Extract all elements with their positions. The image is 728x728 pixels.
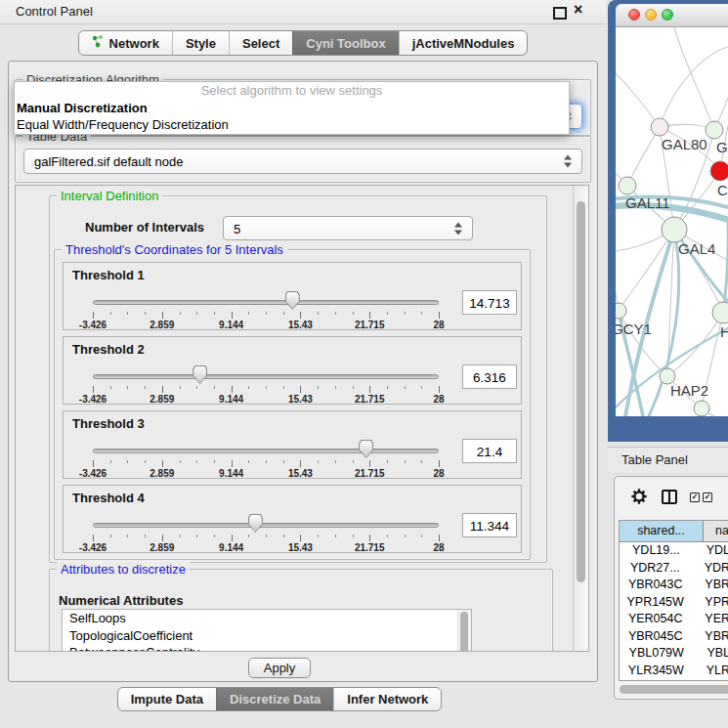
tab-select[interactable]: Select — [229, 31, 292, 55]
tick-mark — [387, 535, 388, 537]
float-window-icon[interactable] — [553, 7, 567, 20]
attribute-list-item[interactable]: TopologicalCoefficient — [63, 627, 471, 645]
table-row[interactable]: YPR145WYPR1 — [620, 594, 728, 612]
column-header-name[interactable]: na — [704, 521, 728, 541]
table-row[interactable]: YBR043CYBR0 — [620, 577, 728, 594]
network-node-GAL80[interactable] — [651, 118, 668, 136]
slider-thumb[interactable] — [359, 440, 373, 458]
table-data-combobox[interactable]: galFiltered.sif default node — [23, 149, 582, 174]
tab-infer-network[interactable]: Infer Network — [333, 688, 441, 710]
network-node-unlabeled[interactable] — [694, 401, 709, 416]
number-of-intervals-spinner[interactable]: 5 — [223, 216, 473, 240]
slider-thumb-face — [249, 515, 262, 532]
combo-stepper-icon[interactable] — [564, 155, 573, 168]
dropdown-placeholder-item[interactable]: Select algorithm to view settings — [15, 82, 569, 100]
network-node-H[interactable] — [712, 302, 728, 323]
table-row[interactable]: YDL19...YDL1 — [620, 542, 728, 560]
tick-label: 9.144 — [219, 320, 243, 330]
checked-box-icon[interactable]: ✓ — [690, 492, 700, 502]
close-traffic-light-icon[interactable] — [628, 9, 640, 21]
tick-mark — [353, 535, 354, 537]
tick-label: 28 — [433, 542, 444, 553]
close-icon[interactable]: × — [574, 1, 582, 19]
table-horizontal-scrollbar[interactable] — [619, 684, 728, 695]
tick-mark — [300, 386, 301, 393]
table-row[interactable]: YLR345WYLR3 — [620, 663, 728, 680]
spinner-stepper-icon[interactable] — [454, 222, 463, 235]
network-node-C[interactable] — [710, 161, 728, 181]
tick-mark — [214, 386, 215, 389]
zoom-traffic-light-icon[interactable] — [662, 9, 673, 21]
tab-discretize-data[interactable]: Discretize Data — [216, 688, 333, 710]
network-window-titlebar[interactable] — [616, 4, 728, 27]
network-node-GAL11[interactable] — [619, 177, 636, 194]
network-edge[interactable] — [619, 230, 674, 311]
network-edge[interactable] — [616, 68, 660, 127]
settings-scrollbar-thumb[interactable] — [577, 201, 585, 582]
list-scrollbar[interactable] — [457, 610, 471, 651]
threshold-value-field[interactable]: 21.4 — [462, 439, 517, 463]
tab-impute-data[interactable]: Impute Data — [118, 688, 216, 710]
table-row[interactable]: YIL052CYIL0 — [620, 679, 728, 681]
network-node-GA[interactable] — [706, 121, 723, 139]
table-row[interactable]: YBR045CYBR0 — [620, 628, 728, 646]
tick-mark — [196, 386, 197, 389]
slider-ticks: -3.4262.8599.14415.4321.71528 — [93, 312, 439, 329]
attribute-list-item[interactable]: BetweennessCentrality — [63, 644, 471, 651]
threshold-value-field[interactable]: 14.713 — [462, 290, 517, 315]
tick-mark — [439, 460, 440, 467]
settings-scrollbar[interactable] — [573, 186, 588, 651]
split-columns-icon[interactable] — [662, 490, 677, 504]
network-node-label: GAL80 — [662, 136, 707, 152]
network-edge[interactable] — [674, 27, 714, 130]
threshold-value-field[interactable]: 11.344 — [462, 513, 517, 537]
threshold-3-box: Threshold 3-3.4262.8599.14415.4321.71528… — [63, 410, 522, 479]
apply-button[interactable]: Apply — [248, 658, 311, 678]
network-node-GCY1[interactable] — [616, 303, 626, 319]
tick-label: 28 — [433, 394, 444, 405]
slider-thumb[interactable] — [193, 365, 207, 384]
minimize-traffic-light-icon[interactable] — [645, 9, 657, 21]
tick-mark — [353, 386, 354, 389]
network-edge[interactable] — [660, 47, 728, 127]
tick-mark — [110, 312, 111, 315]
number-of-intervals-label: Number of Intervals — [85, 220, 204, 235]
tick-mark — [405, 460, 406, 463]
tab-jactivemnodules[interactable]: jActiveMNodules — [399, 31, 528, 55]
tick-mark — [405, 312, 406, 315]
network-edge[interactable] — [627, 127, 660, 186]
tick-mark — [318, 535, 319, 537]
table-row[interactable]: YER054CYER0 — [620, 611, 728, 628]
gear-icon[interactable] — [630, 488, 648, 505]
tick-mark — [353, 312, 354, 315]
threshold-value-field[interactable]: 6.316 — [462, 364, 517, 389]
dropdown-option-manual-discretization[interactable]: Manual Discretization — [15, 100, 569, 116]
slider-track[interactable] — [93, 523, 439, 528]
slider-track[interactable] — [93, 374, 439, 379]
table-row[interactable]: YDR27...YDR2 — [620, 560, 728, 578]
tick-mark — [180, 460, 181, 463]
slider-track[interactable] — [93, 300, 439, 305]
tick-mark — [283, 386, 284, 389]
tick-mark — [421, 460, 422, 463]
checked-box-icon[interactable]: ✓ — [703, 492, 712, 502]
tick-mark — [300, 535, 301, 541]
column-header-shared-name[interactable]: shared... — [620, 521, 704, 541]
slider-thumb[interactable] — [285, 291, 300, 310]
tick-label: 2.859 — [150, 542, 174, 553]
table-horizontal-scrollbar-thumb[interactable] — [620, 685, 728, 694]
table-row[interactable]: YBL079WYBL0 — [620, 645, 728, 663]
list-scrollbar-thumb[interactable] — [460, 612, 468, 651]
slider-thumb[interactable] — [248, 514, 263, 533]
tab-network[interactable]: Network — [79, 31, 172, 55]
tab-cyni-toolbox[interactable]: Cyni Toolbox — [292, 31, 398, 55]
tab-style[interactable]: Style — [172, 31, 229, 55]
network-node-GAL4[interactable] — [662, 217, 687, 242]
node-attribute-table: shared... na YDL19...YDL1YDR27...YDR2YBR… — [619, 520, 728, 681]
network-canvas[interactable]: GAL80GACGAL11GAL4GCY1HHAP2 — [616, 27, 728, 416]
numerical-attributes-list[interactable]: SelfLoopsTopologicalCoefficientBetweenne… — [62, 609, 472, 651]
cell-name: YPR1 — [691, 594, 728, 612]
attribute-list-item[interactable]: SelfLoops — [63, 610, 471, 627]
dropdown-option-equal-width-frequency[interactable]: Equal Width/Frequency Discretization — [15, 116, 569, 133]
slider-track[interactable] — [93, 449, 439, 453]
